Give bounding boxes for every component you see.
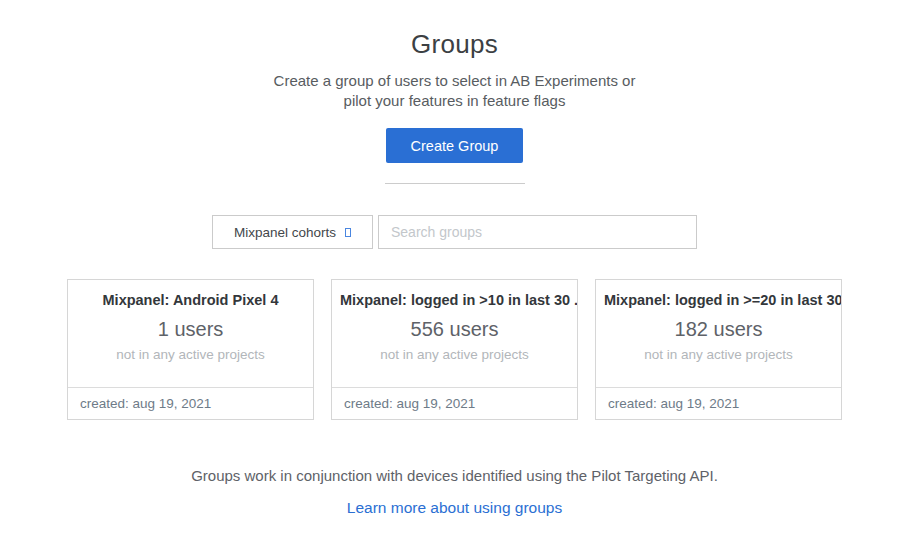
group-cards-row: Mixpanel: Android Pixel 4 1 users not in… xyxy=(0,279,909,420)
search-groups-input[interactable] xyxy=(378,215,697,249)
page-title: Groups xyxy=(0,29,909,60)
group-card[interactable]: Mixpanel: logged in >=20 in last 30... 1… xyxy=(595,279,842,420)
group-card[interactable]: Mixpanel: Android Pixel 4 1 users not in… xyxy=(67,279,314,420)
dropdown-glyph-icon xyxy=(345,228,351,237)
group-users-count: 1 users xyxy=(68,318,313,341)
filter-controls: Mixpanel cohorts xyxy=(0,215,909,249)
cohort-source-dropdown-value: Mixpanel cohorts xyxy=(234,225,336,240)
group-card-title: Mixpanel: Android Pixel 4 xyxy=(68,292,313,308)
learn-more-link[interactable]: Learn more about using groups xyxy=(0,499,909,517)
page-subtitle: Create a group of users to select in AB … xyxy=(0,71,909,111)
group-card[interactable]: Mixpanel: logged in >10 in last 30 ... 5… xyxy=(331,279,578,420)
group-created-footer: created: aug 19, 2021 xyxy=(596,387,841,419)
group-created-footer: created: aug 19, 2021 xyxy=(332,387,577,419)
group-card-body: Mixpanel: logged in >=20 in last 30... 1… xyxy=(596,280,841,387)
group-card-body: Mixpanel: Android Pixel 4 1 users not in… xyxy=(68,280,313,387)
subtitle-line-2: pilot your features in feature flags xyxy=(0,91,909,111)
section-divider xyxy=(385,183,525,184)
group-card-body: Mixpanel: logged in >10 in last 30 ... 5… xyxy=(332,280,577,387)
subtitle-line-1: Create a group of users to select in AB … xyxy=(0,71,909,91)
group-card-title: Mixpanel: logged in >=20 in last 30... xyxy=(596,292,841,308)
groups-info-text: Groups work in conjunction with devices … xyxy=(0,467,909,484)
group-users-count: 182 users xyxy=(596,318,841,341)
group-status-text: not in any active projects xyxy=(596,347,841,362)
group-status-text: not in any active projects xyxy=(68,347,313,362)
page-header: Groups Create a group of users to select… xyxy=(0,0,909,111)
group-users-count: 556 users xyxy=(332,318,577,341)
create-group-button-row: Create Group xyxy=(0,128,909,163)
group-status-text: not in any active projects xyxy=(332,347,577,362)
create-group-button[interactable]: Create Group xyxy=(386,128,523,163)
group-created-footer: created: aug 19, 2021 xyxy=(68,387,313,419)
group-card-title: Mixpanel: logged in >10 in last 30 ... xyxy=(332,292,577,308)
cohort-source-dropdown[interactable]: Mixpanel cohorts xyxy=(212,215,373,249)
